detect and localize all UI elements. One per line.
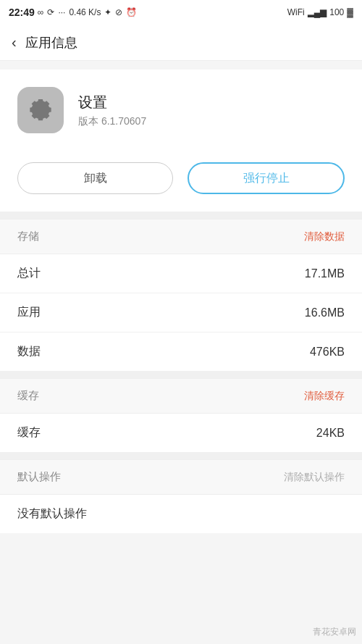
storage-section-header: 存储 清除数据 xyxy=(0,219,362,254)
status-bar: 22:49 ∞ ⟳ ··· 0.46 K/s ✦ ⊘ ⏰ WiFi ▂▄▆ 10… xyxy=(0,0,362,25)
app-info-section: 设置 版本 6.1.70607 卸载 强行停止 xyxy=(0,70,362,212)
app-version: 版本 6.1.70607 xyxy=(78,115,146,128)
battery-label: 100 xyxy=(329,7,344,17)
toolbar: ‹ 应用信息 xyxy=(0,25,362,61)
status-time: 22:49 xyxy=(9,7,35,18)
back-button[interactable]: ‹ xyxy=(12,34,17,51)
default-actions-section: 默认操作 清除默认操作 没有默认操作 xyxy=(0,459,362,533)
storage-total-label: 总计 xyxy=(17,266,41,281)
app-details: 设置 版本 6.1.70607 xyxy=(78,93,146,128)
alarm-icon: ⏰ xyxy=(126,7,137,17)
storage-data-label: 数据 xyxy=(17,344,41,359)
bluetooth-icon: ✦ xyxy=(104,7,111,17)
cache-section: 缓存 清除缓存 缓存 24KB xyxy=(0,378,362,452)
storage-total-value: 17.1MB xyxy=(305,267,345,280)
storage-section: 存储 清除数据 总计 17.1MB 应用 16.6MB 数据 476KB xyxy=(0,219,362,371)
cache-value: 24KB xyxy=(316,427,345,440)
loop-icon: ⟳ xyxy=(47,7,54,17)
storage-total-row: 总计 17.1MB xyxy=(0,254,362,293)
signal-x-icon: ⊘ xyxy=(115,7,122,17)
status-right: WiFi ▂▄▆ 100 ▓ xyxy=(287,7,353,17)
status-icons: ∞ ⟳ ··· 0.46 K/s ✦ ⊘ ⏰ xyxy=(38,7,138,17)
no-default-label: 没有默认操作 xyxy=(17,506,87,522)
gear-icon xyxy=(25,95,56,125)
app-icon xyxy=(17,87,64,133)
dots-icon: ··· xyxy=(58,7,65,17)
storage-title: 存储 xyxy=(17,230,39,243)
storage-app-label: 应用 xyxy=(17,305,41,320)
cache-title: 缓存 xyxy=(17,389,39,403)
divider-2 xyxy=(0,371,362,378)
clear-data-button[interactable]: 清除数据 xyxy=(304,230,345,243)
watermark: 青花安卓网 xyxy=(313,626,356,638)
default-actions-header: 默认操作 清除默认操作 xyxy=(0,459,362,495)
cache-label: 缓存 xyxy=(17,425,41,440)
battery-icon: ▓ xyxy=(347,7,353,17)
clear-cache-button[interactable]: 清除缓存 xyxy=(304,390,345,403)
cache-section-header: 缓存 清除缓存 xyxy=(0,378,362,414)
divider-3 xyxy=(0,452,362,459)
app-name: 设置 xyxy=(78,93,146,112)
speed-label: 0.46 K/s xyxy=(69,7,101,17)
app-info-card: 设置 版本 6.1.70607 xyxy=(0,70,362,151)
infinity-icon: ∞ xyxy=(38,7,44,17)
divider-1 xyxy=(0,212,362,219)
status-left: 22:49 ∞ ⟳ ··· 0.46 K/s ✦ ⊘ ⏰ xyxy=(9,7,137,18)
default-actions-row: 没有默认操作 xyxy=(0,495,362,533)
clear-default-button[interactable]: 清除默认操作 xyxy=(284,471,345,484)
signal-icon: ▂▄▆ xyxy=(308,7,327,17)
storage-app-row: 应用 16.6MB xyxy=(0,293,362,333)
action-buttons: 卸载 强行停止 xyxy=(0,151,362,212)
storage-data-value: 476KB xyxy=(310,346,345,359)
default-actions-title: 默认操作 xyxy=(17,470,61,484)
storage-app-value: 16.6MB xyxy=(305,306,345,319)
cache-row: 缓存 24KB xyxy=(0,414,362,452)
storage-data-row: 数据 476KB xyxy=(0,333,362,371)
wifi-icon: WiFi xyxy=(287,7,305,17)
uninstall-button[interactable]: 卸载 xyxy=(17,162,173,194)
page-title: 应用信息 xyxy=(25,34,77,51)
force-stop-button[interactable]: 强行停止 xyxy=(188,162,345,194)
